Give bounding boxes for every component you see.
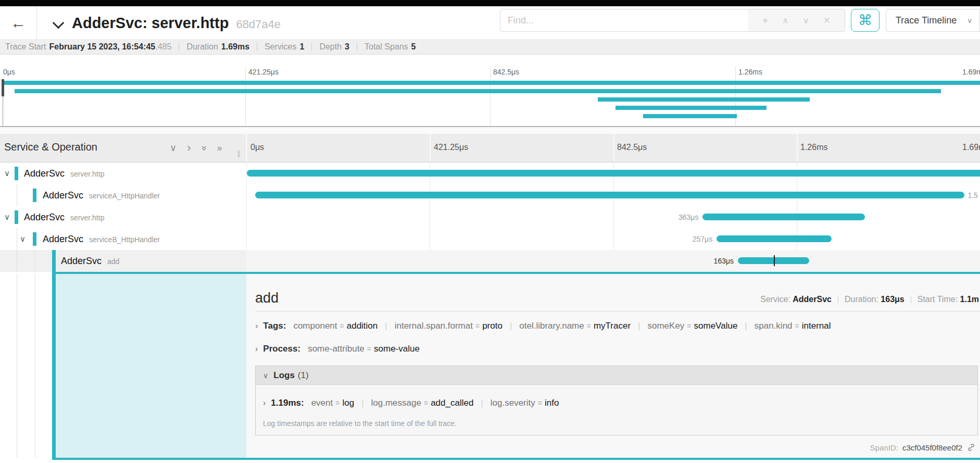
tags-row[interactable]: › Tags: component=addition|internal.span… xyxy=(255,321,980,331)
collapse-one-icon[interactable]: ∨ xyxy=(170,142,177,154)
span-row-name-cell[interactable]: ∨AdderSvcserviceB_HttpHandler xyxy=(0,228,246,250)
span-row-name-cell[interactable]: AdderSvcserviceA_HttpHandler xyxy=(0,184,246,206)
chevron-right-icon[interactable]: › xyxy=(255,344,258,354)
span-name-group: AdderSvcserver.http xyxy=(24,168,104,179)
trace-info-value: 1.69ms xyxy=(221,42,249,51)
selected-span-bottom-border xyxy=(52,458,980,460)
span-row[interactable]: ∨AdderSvcserviceB_HttpHandler257μs xyxy=(0,228,980,250)
span-row-timeline-cell[interactable]: 363μs xyxy=(246,206,980,228)
span-rows: ∨AdderSvcserver.httpAdderSvcserviceA_Htt… xyxy=(0,162,980,272)
tags-section-label: Tags: xyxy=(263,321,286,331)
field-separator: | xyxy=(638,321,640,331)
locate-icon[interactable]: ⌖ xyxy=(762,15,768,27)
span-row[interactable]: AdderSvcadd163μs xyxy=(0,250,980,272)
minimap-span-bar xyxy=(643,114,737,118)
expand-all-icon[interactable]: » xyxy=(217,143,222,154)
span-row-name-cell[interactable]: ∨AdderSvcserver.http xyxy=(0,206,246,228)
selected-span-tint-region xyxy=(56,274,246,458)
header-gridline xyxy=(430,134,431,162)
timeline-column-header: Service & Operation ∨ › » » ∥ 0μs421.25μ… xyxy=(0,134,980,162)
logs-title: Logs xyxy=(273,370,295,381)
span-collapse-icon[interactable]: ∨ xyxy=(4,212,10,222)
span-operation-name: server.http xyxy=(70,170,104,178)
span-name-group: AdderSvcserviceA_HttpHandler xyxy=(43,190,160,201)
timeline-tick-label: 1.69ms xyxy=(962,143,980,152)
span-row[interactable]: AdderSvcserviceA_HttpHandler1.5 xyxy=(0,184,980,206)
chevron-down-icon: ∨ xyxy=(967,17,972,24)
trace-minimap[interactable]: 0μs421.25μs842.5μs1.26ms1.69ms xyxy=(0,55,980,127)
span-operation-name: add xyxy=(107,257,119,266)
start-time-label: Start Time: xyxy=(918,295,958,304)
column-divider xyxy=(246,134,247,162)
prev-match-icon[interactable]: ∧ xyxy=(782,15,788,26)
window-top-bar xyxy=(0,0,980,6)
find-input[interactable] xyxy=(500,9,748,31)
equals-sign: = xyxy=(538,399,542,407)
view-selector-dropdown[interactable]: Trace Timeline ∨ xyxy=(886,9,980,32)
process-field: some-attribute=some-value xyxy=(308,344,420,354)
span-row-name-cell[interactable]: AdderSvcadd xyxy=(0,250,246,272)
span-row-timeline-cell[interactable]: 1.5 xyxy=(246,184,980,206)
trace-info-item: Total Spans5 xyxy=(365,42,416,52)
clear-search-icon[interactable]: ✕ xyxy=(823,15,831,26)
chevron-right-icon[interactable]: › xyxy=(255,321,258,331)
duration-value: 163μs xyxy=(881,295,904,304)
minimap-tick-label: 1.69ms xyxy=(962,68,980,76)
divider xyxy=(257,43,257,51)
span-detail-title: add xyxy=(255,290,279,306)
logs-header[interactable]: ∨ Logs (1) xyxy=(256,366,977,385)
span-duration-label: 363μs xyxy=(679,213,698,221)
span-collapse-icon[interactable]: ∨ xyxy=(20,234,26,244)
span-duration-bar xyxy=(247,170,980,177)
span-color-bar xyxy=(33,189,36,202)
divider xyxy=(179,43,179,51)
span-color-bar xyxy=(15,167,18,180)
log-field: log.severity=info xyxy=(491,398,559,408)
trace-info-value: 3 xyxy=(345,42,349,51)
minimap-tick-label: 1.26ms xyxy=(738,68,762,76)
column-resize-grip[interactable]: ∥ xyxy=(237,149,241,157)
trace-info-item: Trace StartFebruary 15 2023, 16:54:45.48… xyxy=(5,42,171,52)
span-operation-name: serviceA_HttpHandler xyxy=(89,192,160,200)
minimap-tick-label: 842.5μs xyxy=(493,68,519,76)
field-key: component xyxy=(293,321,337,331)
span-row-timeline-cell[interactable] xyxy=(246,162,980,184)
logs-section: ∨ Logs (1) › 1.19ms: event=log|log.messa… xyxy=(255,366,978,435)
span-row-name-cell[interactable]: ∨AdderSvcserver.http xyxy=(0,162,246,184)
span-duration-bar xyxy=(255,192,965,198)
trace-info-value: 5 xyxy=(411,42,416,51)
next-match-icon[interactable]: ∨ xyxy=(802,15,809,26)
keyboard-shortcuts-button[interactable]: ⌘ xyxy=(851,9,880,32)
detail-divider xyxy=(255,311,980,311)
tree-guide-line xyxy=(17,250,17,272)
chevron-right-icon[interactable]: › xyxy=(263,398,266,408)
span-duration-label: 257μs xyxy=(693,235,712,243)
chevron-down-icon: ∨ xyxy=(263,371,268,380)
log-entry-row[interactable]: › 1.19ms: event=log|log.message=add_call… xyxy=(263,398,977,408)
service-operation-header: Service & Operation xyxy=(4,141,97,153)
span-row-timeline-cell[interactable]: 257μs xyxy=(246,228,980,250)
gap-strip xyxy=(0,127,980,134)
span-id-value: c3cf045f0f8ee0f2 xyxy=(902,443,962,452)
process-row[interactable]: › Process: some-attribute=some-value xyxy=(255,344,980,354)
trace-collapse-chevron-icon[interactable] xyxy=(53,17,65,29)
minimap-gridline xyxy=(490,66,491,126)
field-key: span.kind xyxy=(755,321,793,331)
equals-sign: = xyxy=(424,399,428,407)
equals-sign: = xyxy=(340,322,344,330)
span-collapse-icon[interactable]: ∨ xyxy=(4,169,10,178)
span-row[interactable]: ∨AdderSvcserver.http xyxy=(0,162,980,184)
span-id-row: SpanID: c3cf045f0f8ee0f2 xyxy=(870,443,976,452)
trace-info-item: Duration1.69ms xyxy=(186,42,249,52)
span-row[interactable]: ∨AdderSvcserver.http363μs xyxy=(0,206,980,228)
copy-link-icon[interactable] xyxy=(966,443,976,452)
jaeger-trace-page: ← AdderSvc: server.http68d7a4e ⌖ ∧ ∨ ✕ ⌘… xyxy=(0,0,980,463)
equals-sign: = xyxy=(687,322,691,330)
collapse-all-icon[interactable]: » xyxy=(198,145,209,151)
field-key: internal.span.format xyxy=(395,321,473,331)
span-row-timeline-cell[interactable]: 163μs xyxy=(246,250,980,272)
service-value: AdderSvc xyxy=(793,295,832,304)
field-value: internal xyxy=(802,321,831,331)
back-button[interactable]: ← xyxy=(0,6,37,39)
expand-one-icon[interactable]: › xyxy=(187,141,191,155)
